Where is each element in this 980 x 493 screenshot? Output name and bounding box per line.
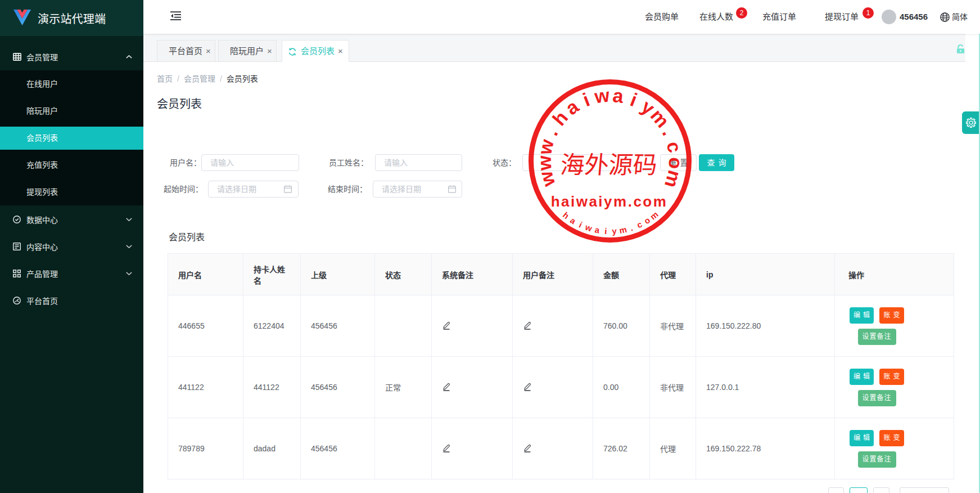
svg-text:y: y (638, 96, 658, 119)
svg-text:haiwaiym.com: haiwaiym.com (551, 193, 668, 210)
svg-text:i: i (580, 88, 593, 110)
svg-text:i: i (577, 219, 584, 229)
svg-text:o: o (642, 215, 652, 226)
svg-text:.: . (629, 223, 634, 232)
svg-text:.: . (658, 124, 680, 138)
svg-text:w: w (584, 222, 594, 233)
svg-text:a: a (594, 225, 600, 235)
svg-text:i: i (627, 88, 640, 110)
svg-text:a: a (562, 95, 583, 119)
svg-text:y: y (612, 226, 617, 236)
svg-text:m: m (647, 105, 674, 132)
svg-text:a: a (568, 215, 578, 226)
svg-text:m: m (648, 209, 660, 222)
svg-text:w: w (593, 84, 611, 107)
svg-text:a: a (612, 84, 626, 107)
svg-text:h: h (548, 107, 572, 129)
svg-text:i: i (604, 226, 607, 236)
svg-text:c: c (663, 140, 686, 155)
svg-text:.: . (540, 124, 562, 138)
svg-text:w: w (535, 169, 559, 190)
svg-text:m: m (618, 225, 627, 235)
svg-text:h: h (561, 210, 571, 221)
svg-text:c: c (635, 219, 644, 230)
svg-text:m: m (661, 168, 686, 190)
